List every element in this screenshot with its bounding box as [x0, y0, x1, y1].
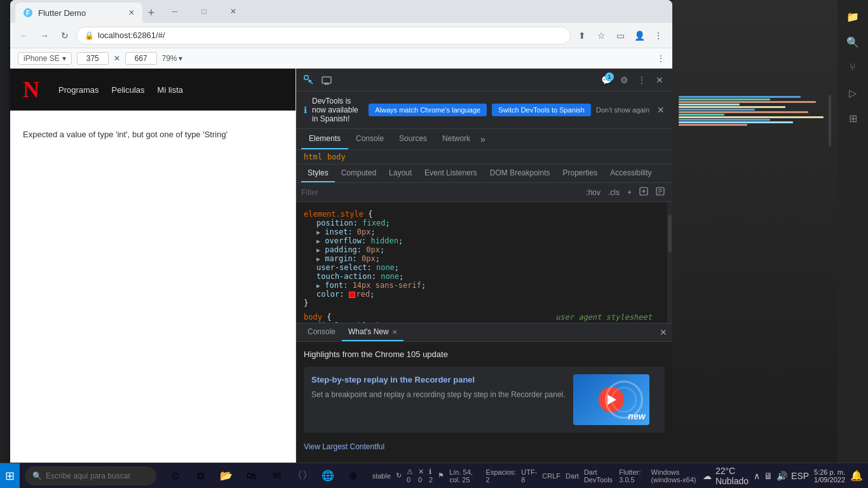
taskbar-vscode-icon[interactable]: 〈〉	[291, 464, 314, 487]
tab-elements[interactable]: Elements	[301, 129, 348, 149]
close-bottom-panel-icon[interactable]: ✕	[660, 327, 667, 337]
code-line-8	[679, 114, 724, 116]
bottom-tab-console[interactable]: Console	[301, 323, 342, 341]
tab-close-button[interactable]: ✕	[128, 8, 135, 17]
subtab-styles[interactable]: Styles	[301, 165, 335, 182]
view-more-link[interactable]: View Largest Contentful	[304, 438, 665, 454]
error-count: ✕ 0	[418, 468, 424, 484]
view-lcp-link[interactable]: View Largest Contentful	[304, 442, 384, 451]
device-selector[interactable]: iPhone SE ▾	[18, 52, 72, 65]
taskbar-cortana-icon[interactable]: ⊙	[164, 464, 187, 487]
notification-center-icon[interactable]: 🔔	[850, 470, 863, 482]
css-prop-padding: ▶ padding: 0px;	[304, 245, 384, 254]
notification-close-icon[interactable]: ✕	[657, 105, 665, 115]
minimize-button[interactable]: ─	[160, 1, 189, 22]
nav-mi-lista[interactable]: Mi lista	[158, 85, 183, 95]
volume-icon[interactable]: 🔊	[776, 471, 787, 481]
maximize-button[interactable]: □	[189, 1, 219, 22]
stable-branch: stable	[372, 472, 391, 480]
reload-button[interactable]: ↻	[56, 27, 74, 44]
console-badge[interactable]: 💬 1	[599, 72, 614, 88]
back-button[interactable]: ←	[15, 27, 33, 44]
filter-controls: :hov .cls +	[583, 186, 667, 199]
code-line-1	[679, 96, 801, 98]
style-inspector-button[interactable]	[653, 186, 667, 199]
start-button[interactable]: ⊞	[0, 463, 20, 489]
subtab-properties[interactable]: Properties	[557, 165, 604, 182]
breadcrumb-body[interactable]: body	[327, 152, 346, 161]
taskbar-mail-icon[interactable]: ✉	[266, 464, 288, 487]
color-swatch-red[interactable]	[349, 292, 355, 298]
navbar-right: ⬆ ☆ ▭ 👤 ⋮	[573, 27, 667, 44]
taskbar-chrome-dev-icon[interactable]: 🌐	[316, 464, 339, 487]
tab-console[interactable]: Console	[348, 129, 391, 149]
nav-programas[interactable]: Programas	[58, 85, 99, 95]
subtab-layout[interactable]: Layout	[383, 165, 418, 182]
activity-bar-files-icon[interactable]: 📁	[841, 5, 864, 28]
whats-new-title: Highlights from the Chrome 105 update	[304, 349, 665, 359]
taskbar-right: ☁ 22°C Nublado ∧ 🖥 🔊 ESP 5:26 p. m. 1/09…	[703, 466, 868, 486]
url-text: localhost:62861/#/	[98, 30, 562, 40]
language-notification: ℹ DevTools is now available in Spanish! …	[296, 92, 672, 129]
height-input[interactable]	[125, 52, 157, 65]
expand-tray-icon[interactable]: ∧	[754, 471, 760, 481]
tabs-more-icon[interactable]: »	[480, 134, 485, 144]
address-bar[interactable]: 🔒 localhost:62861/#/	[76, 27, 571, 44]
css-prop-overflow: ▶ overflow: hidden;	[304, 236, 403, 245]
scrollbar-thumb[interactable]	[668, 215, 672, 253]
device-emulation-icon[interactable]	[319, 72, 334, 88]
new-style-rule-button[interactable]	[637, 186, 651, 199]
match-language-button[interactable]: Always match Chrome's language	[369, 104, 487, 116]
profile-button[interactable]: 👤	[630, 27, 648, 44]
css-prop-color: color: red;	[304, 290, 375, 299]
subtab-dom-breakpoints[interactable]: DOM Breakpoints	[484, 165, 557, 182]
breadcrumb-html[interactable]: html	[304, 152, 322, 161]
pseudo-filter-button[interactable]: :hov	[583, 187, 603, 198]
tab-sources[interactable]: Sources	[391, 129, 435, 149]
whats-new-card-title[interactable]: Step-by-step replay in the Recorder pane…	[311, 374, 566, 386]
bottom-tab-whats-new[interactable]: What's New ✕	[342, 323, 403, 341]
menu-button[interactable]: ⋮	[649, 27, 667, 44]
subtab-accessibility[interactable]: Accessibility	[604, 165, 658, 182]
taskbar-store-icon[interactable]: 🛍	[240, 464, 263, 487]
taskbar-search[interactable]: 🔍	[25, 466, 156, 485]
add-style-button[interactable]: +	[625, 187, 634, 198]
taskbar-search-input[interactable]	[46, 471, 149, 480]
activity-bar-debug-icon[interactable]: ▷	[841, 81, 864, 104]
subtab-computed[interactable]: Computed	[335, 165, 383, 182]
error-text: Expected a value of type 'int', but got …	[23, 130, 227, 139]
devtools-close-icon[interactable]: ✕	[652, 72, 667, 88]
forward-button[interactable]: →	[36, 27, 53, 44]
device-toolbar-more[interactable]: ⋮	[657, 54, 665, 63]
new-tab-button[interactable]: +	[142, 4, 160, 22]
chrome-window: F Flutter Demo ✕ + ─ □ ✕ ← → ↻ 🔒 localho…	[10, 0, 672, 463]
share-button[interactable]: ⬆	[573, 27, 591, 44]
settings-icon[interactable]: ⚙	[616, 72, 632, 88]
network-icon[interactable]: 🖥	[764, 471, 773, 481]
switch-language-button[interactable]: Switch DevTools to Spanish	[492, 104, 591, 116]
taskbar-task-view-icon[interactable]: ⧉	[189, 464, 212, 487]
dont-show-again-button[interactable]: Don't show again	[596, 106, 649, 114]
cls-filter-button[interactable]: .cls	[606, 187, 622, 198]
activity-bar-git-icon[interactable]: ⑂	[841, 56, 864, 79]
tab-network[interactable]: Network	[435, 129, 478, 149]
encoding: UTF-8	[521, 468, 537, 484]
taskbar-chrome-icon[interactable]: ⊕	[342, 464, 365, 487]
activity-bar-search-icon[interactable]: 🔍	[841, 30, 864, 53]
devtools-toggle-button[interactable]: ▭	[611, 27, 629, 44]
width-input[interactable]	[77, 52, 109, 65]
bookmark-button[interactable]: ☆	[592, 27, 610, 44]
subtab-event-listeners[interactable]: Event Listeners	[418, 165, 484, 182]
taskbar-file-explorer-icon[interactable]: 📂	[215, 464, 238, 487]
system-tray: ☁ 22°C Nublado	[703, 466, 749, 486]
zoom-selector[interactable]: 79% ▾	[162, 54, 182, 63]
chrome-tab-active[interactable]: F Flutter Demo ✕	[15, 3, 142, 23]
styles-scrollbar[interactable]	[667, 202, 672, 323]
activity-bar-extensions-icon[interactable]: ⊞	[841, 107, 864, 130]
whats-new-content: Highlights from the Chrome 105 update St…	[296, 342, 672, 463]
whats-new-tab-close-icon[interactable]: ✕	[392, 329, 397, 336]
element-picker-icon[interactable]	[301, 72, 316, 88]
nav-peliculas[interactable]: Peliculas	[112, 85, 145, 95]
close-button[interactable]: ✕	[219, 1, 248, 22]
more-tools-icon[interactable]: ⋮	[634, 72, 649, 88]
